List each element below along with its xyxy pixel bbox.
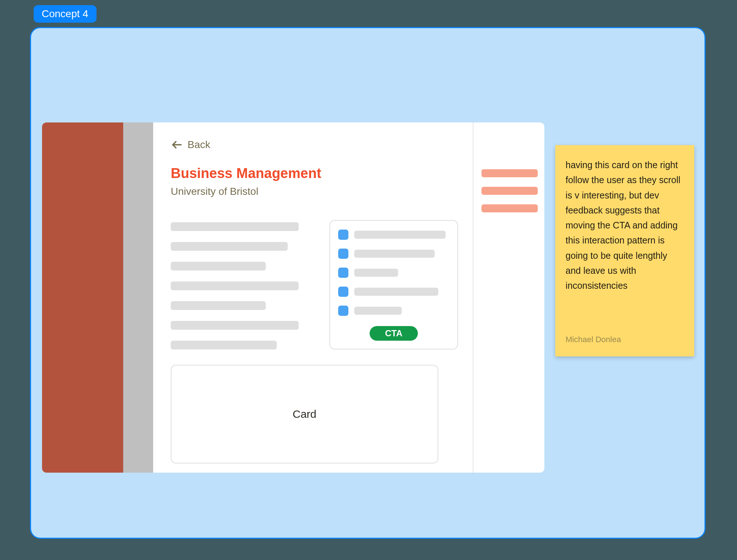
text-placeholder-line [171, 262, 266, 270]
page-subtitle: University of Bristol [171, 186, 458, 197]
rail-placeholder-bar [481, 187, 538, 195]
cta-list-item [338, 230, 449, 240]
back-button[interactable]: Back [171, 139, 458, 151]
mockup-frame: Back Business Management University of B… [42, 122, 544, 473]
cta-list-item [338, 268, 449, 278]
content-row: CTA [171, 220, 458, 349]
card-placeholder: Card [171, 365, 438, 463]
text-placeholder-line [171, 301, 266, 310]
page-title: Business Management [171, 166, 458, 181]
checkbox-icon [338, 249, 348, 259]
sidebar-secondary [123, 122, 153, 473]
cta-card: CTA [329, 220, 458, 349]
sidebar-primary [42, 122, 123, 473]
concept-tag: Concept 4 [34, 5, 97, 23]
text-placeholder-line [171, 242, 288, 251]
checkbox-icon [338, 306, 348, 316]
rail-placeholder-bar [481, 204, 538, 212]
checkbox-icon [338, 268, 348, 278]
cta-list-text-placeholder [354, 250, 435, 258]
cta-button[interactable]: CTA [370, 326, 418, 341]
text-placeholder-line [171, 222, 299, 231]
text-placeholder-line [171, 321, 299, 330]
concept-panel: Back Business Management University of B… [30, 27, 706, 539]
text-placeholder-line [171, 281, 299, 290]
checkbox-icon [338, 230, 348, 240]
rail-placeholder-bar [481, 169, 538, 177]
sticky-note-author: Michael Donlea [566, 333, 684, 346]
checkbox-icon [338, 287, 348, 297]
mockup-main: Back Business Management University of B… [153, 122, 473, 473]
cta-list-text-placeholder [354, 307, 402, 315]
cta-list-item [338, 306, 449, 316]
cta-list-text-placeholder [354, 269, 398, 277]
text-placeholder-line [171, 341, 277, 349]
cta-list-text-placeholder [354, 231, 446, 239]
cta-list-item [338, 287, 449, 297]
sticky-note-text: having this card on the right follow the… [566, 158, 684, 293]
sticky-note[interactable]: having this card on the right follow the… [555, 145, 694, 356]
text-placeholder-block [171, 220, 321, 349]
cta-list-text-placeholder [354, 288, 438, 296]
right-rail [473, 122, 544, 473]
arrow-left-icon [171, 139, 183, 151]
cta-list-item [338, 249, 449, 259]
back-label: Back [188, 139, 210, 151]
